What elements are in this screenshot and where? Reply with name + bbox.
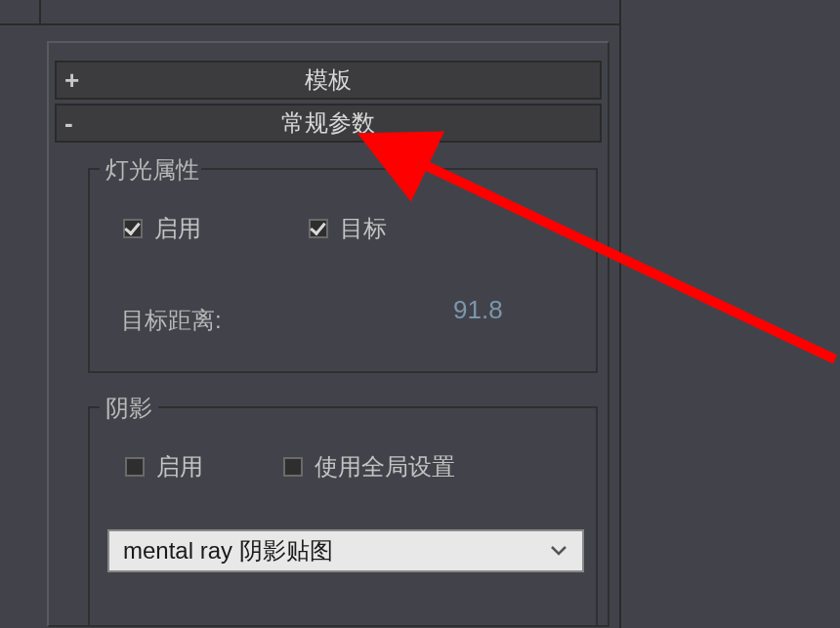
target-distance-value: 91.8	[453, 295, 503, 325]
enable-shadow-checkbox-row[interactable]: 启用	[125, 451, 203, 482]
rollout-general-params-title: 常规参数	[57, 107, 600, 139]
target-label: 目标	[340, 213, 387, 244]
rollout-template-title: 模板	[57, 64, 600, 96]
target-distance-label: 目标距离:	[121, 305, 222, 336]
light-attributes-group	[88, 168, 598, 373]
shadow-group	[88, 406, 598, 627]
shadow-type-dropdown[interactable]: mental ray 阴影贴图	[107, 529, 584, 572]
collapse-icon: -	[64, 110, 73, 136]
chevron-down-icon	[549, 541, 568, 561]
divider-horizontal	[0, 23, 621, 25]
enable-light-checkbox-row[interactable]: 启用	[123, 213, 201, 244]
expand-icon: +	[64, 67, 79, 93]
rollout-template-header[interactable]: + 模板	[57, 63, 600, 98]
rollout-template[interactable]: + 模板	[55, 61, 602, 100]
enable-light-checkbox[interactable]	[123, 219, 143, 238]
enable-light-label: 启用	[154, 213, 201, 244]
rollout-general-params[interactable]: - 常规参数	[55, 104, 602, 143]
target-checkbox[interactable]	[309, 219, 328, 238]
enable-shadow-checkbox[interactable]	[125, 457, 145, 477]
target-checkbox-row[interactable]: 目标	[309, 213, 387, 244]
use-global-checkbox[interactable]	[283, 457, 303, 477]
enable-shadow-label: 启用	[156, 451, 203, 482]
use-global-checkbox-row[interactable]: 使用全局设置	[283, 451, 455, 482]
rollout-general-params-header[interactable]: - 常规参数	[57, 105, 600, 141]
shadow-type-value: mental ray 阴影贴图	[123, 535, 333, 566]
use-global-label: 使用全局设置	[315, 451, 455, 482]
divider-vertical	[39, 0, 41, 25]
